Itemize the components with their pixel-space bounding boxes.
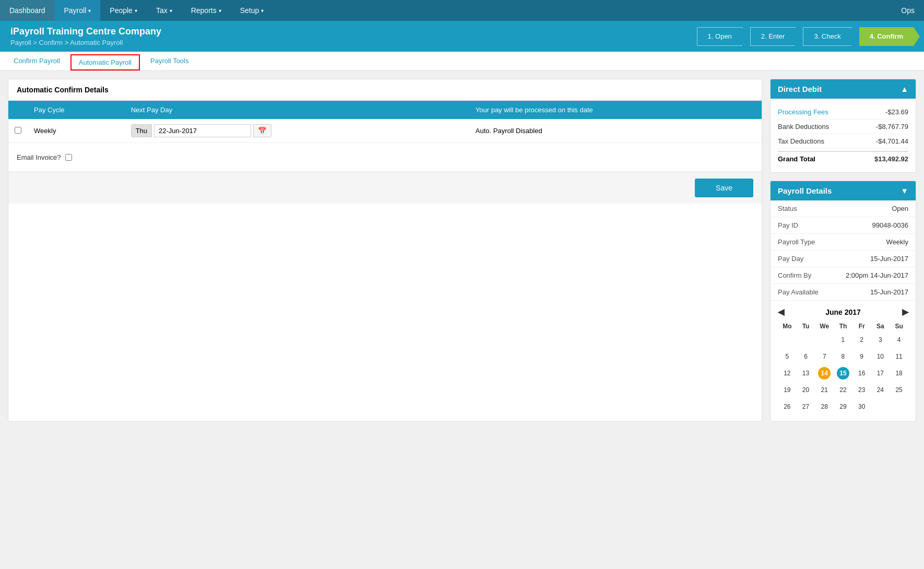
pd-row-confirmby: Confirm By 2:00pm 14-Jun-2017 bbox=[771, 267, 916, 284]
calendar-prev-icon[interactable]: ◀ bbox=[778, 307, 784, 317]
cal-day-header-su: Su bbox=[890, 321, 908, 331]
calendar-day[interactable]: 11 bbox=[890, 348, 908, 365]
pd-value-status: Open bbox=[892, 205, 908, 212]
step-confirm[interactable]: 4. Confirm bbox=[859, 27, 914, 46]
row-pay-cycle: Weekly bbox=[28, 119, 125, 143]
calendar-day[interactable]: 14 bbox=[815, 365, 834, 382]
direct-debit-title: Direct Debit bbox=[778, 85, 822, 93]
calendar-day[interactable]: 27 bbox=[797, 398, 815, 415]
calendar-day[interactable]: 8 bbox=[834, 348, 852, 365]
calendar-day[interactable]: 15 bbox=[834, 365, 852, 382]
calendar-day[interactable]: 4 bbox=[890, 331, 908, 348]
calendar-day[interactable]: 7 bbox=[815, 348, 834, 365]
direct-debit-header: Direct Debit ▲ bbox=[771, 79, 916, 99]
row-checkbox[interactable] bbox=[15, 127, 21, 134]
calendar-icon[interactable]: 📅 bbox=[253, 124, 271, 137]
cal-day-header-mo: Mo bbox=[778, 321, 797, 331]
pd-label-confirmby: Confirm By bbox=[778, 271, 811, 279]
calendar-day[interactable]: 30 bbox=[852, 398, 871, 415]
calendar-week-row: 19202122232425 bbox=[778, 382, 908, 398]
pd-value-type: Weekly bbox=[886, 238, 908, 246]
direct-debit-collapse-icon[interactable]: ▲ bbox=[901, 85, 908, 93]
date-field[interactable] bbox=[154, 124, 251, 137]
calendar-day[interactable]: 24 bbox=[871, 382, 890, 398]
calendar-day[interactable]: 28 bbox=[815, 398, 834, 415]
payroll-details-collapse-icon[interactable]: ▼ bbox=[901, 186, 908, 195]
nav-setup[interactable]: Setup ▾ bbox=[231, 0, 274, 21]
pd-row-type: Payroll Type Weekly bbox=[771, 234, 916, 251]
calendar-day[interactable]: 5 bbox=[778, 348, 797, 365]
email-invoice-checkbox[interactable] bbox=[65, 154, 72, 161]
calendar-day[interactable]: 21 bbox=[815, 382, 834, 398]
table-header-pay-cycle: Pay Cycle bbox=[28, 101, 125, 119]
nav-people[interactable]: People ▾ bbox=[100, 0, 147, 21]
calendar-week-row: 12131415161718 bbox=[778, 365, 908, 382]
day-label: Thu bbox=[131, 124, 152, 137]
company-title: iPayroll Training Centre Company bbox=[10, 26, 161, 37]
breadcrumb: Payroll > Confirm > Automatic Payroll bbox=[10, 39, 161, 46]
calendar-day[interactable]: 18 bbox=[890, 365, 908, 382]
calendar-week-row: 2627282930 bbox=[778, 398, 908, 415]
dd-value-tax: -$4,701.44 bbox=[876, 137, 908, 145]
save-button[interactable]: Save bbox=[695, 179, 753, 197]
calendar-day[interactable]: 17 bbox=[871, 365, 890, 382]
payroll-details-header: Payroll Details ▼ bbox=[771, 181, 916, 200]
people-arrow-icon: ▾ bbox=[135, 8, 137, 14]
company-info: iPayroll Training Centre Company Payroll… bbox=[10, 26, 161, 46]
calendar-day[interactable]: 22 bbox=[834, 382, 852, 398]
calendar-day[interactable]: 20 bbox=[797, 382, 815, 398]
tab-payroll-tools[interactable]: Payroll Tools bbox=[142, 52, 197, 71]
payroll-details-title: Payroll Details bbox=[778, 186, 832, 195]
pd-label-type: Payroll Type bbox=[778, 238, 815, 246]
dd-label-processing: Processing Fees bbox=[778, 108, 828, 116]
nav-ops[interactable]: Ops bbox=[892, 0, 924, 21]
calendar-header: ◀ June 2017 ▶ bbox=[778, 307, 908, 317]
calendar-day[interactable]: 16 bbox=[852, 365, 871, 382]
automatic-confirm-table: Pay Cycle Next Pay Day Your pay will be … bbox=[8, 101, 762, 143]
calendar-day bbox=[778, 331, 797, 348]
calendar-day[interactable]: 29 bbox=[834, 398, 852, 415]
table-header-next-pay-day: Next Pay Day bbox=[125, 101, 469, 119]
nav-reports[interactable]: Reports ▾ bbox=[182, 0, 231, 21]
tab-bar: Confirm Payroll Automatic Payroll Payrol… bbox=[0, 52, 924, 71]
step-check[interactable]: 3. Check bbox=[803, 27, 851, 46]
step-open[interactable]: 1. Open bbox=[697, 27, 743, 46]
calendar-day[interactable]: 12 bbox=[778, 365, 797, 382]
calendar-title: June 2017 bbox=[784, 308, 902, 316]
pd-label-payavailable: Pay Available bbox=[778, 288, 819, 296]
calendar-section: ◀ June 2017 ▶ MoTuWeThFrSaSu 12345678910… bbox=[771, 301, 916, 421]
tab-confirm-payroll[interactable]: Confirm Payroll bbox=[5, 52, 68, 71]
nav-tax[interactable]: Tax ▾ bbox=[147, 0, 182, 21]
calendar-day[interactable]: 2 bbox=[852, 331, 871, 348]
right-sidebar: Direct Debit ▲ Processing Fees -$23.69 B… bbox=[770, 79, 916, 422]
calendar-day[interactable]: 10 bbox=[871, 348, 890, 365]
tab-automatic-payroll[interactable]: Automatic Payroll bbox=[70, 54, 140, 70]
payroll-details-body: Status Open Pay ID 99048-0036 Payroll Ty… bbox=[771, 200, 916, 421]
nav-payroll[interactable]: Payroll ▾ bbox=[55, 0, 101, 21]
step-enter[interactable]: 2. Enter bbox=[750, 27, 796, 46]
nav-dashboard[interactable]: Dashboard bbox=[0, 0, 55, 21]
calendar-week-row: 1234 bbox=[778, 331, 908, 348]
calendar-day[interactable]: 13 bbox=[797, 365, 815, 382]
dd-row-grand-total: Grand Total $13,492.92 bbox=[778, 151, 908, 166]
top-navigation: Dashboard Payroll ▾ People ▾ Tax ▾ Repor… bbox=[0, 0, 924, 21]
direct-debit-body: Processing Fees -$23.69 Bank Deductions … bbox=[771, 99, 916, 172]
calendar-day[interactable]: 23 bbox=[852, 382, 871, 398]
calendar-day[interactable]: 19 bbox=[778, 382, 797, 398]
calendar-body: 1234567891011121314151617181920212223242… bbox=[778, 331, 908, 415]
pd-row-status: Status Open bbox=[771, 200, 916, 217]
calendar-day[interactable]: 1 bbox=[834, 331, 852, 348]
email-invoice-section: Email Invoice? bbox=[8, 143, 762, 172]
section-title: Automatic Confirm Details bbox=[8, 79, 762, 101]
payroll-arrow-icon: ▾ bbox=[88, 8, 91, 14]
pd-row-payavailable: Pay Available 15-Jun-2017 bbox=[771, 284, 916, 301]
calendar-day[interactable]: 25 bbox=[890, 382, 908, 398]
calendar-day[interactable]: 26 bbox=[778, 398, 797, 415]
calendar-day bbox=[890, 398, 908, 415]
calendar-day[interactable]: 9 bbox=[852, 348, 871, 365]
calendar-day[interactable]: 6 bbox=[797, 348, 815, 365]
calendar-next-icon[interactable]: ▶ bbox=[902, 307, 908, 317]
date-input-group: Thu 📅 bbox=[131, 124, 463, 137]
calendar-day[interactable]: 3 bbox=[871, 331, 890, 348]
calendar-grid: MoTuWeThFrSaSu 1234567891011121314151617… bbox=[778, 321, 908, 415]
